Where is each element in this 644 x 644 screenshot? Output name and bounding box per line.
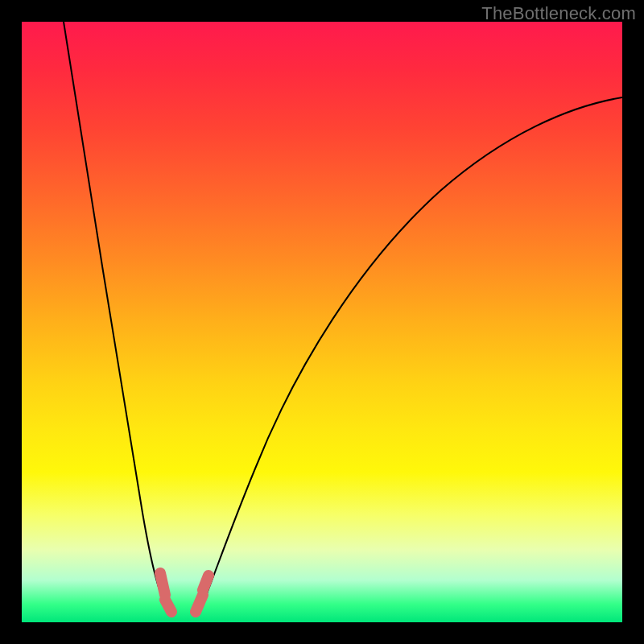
curve-left bbox=[64, 22, 171, 613]
accent-right bbox=[196, 576, 208, 612]
bottleneck-curve bbox=[22, 22, 622, 622]
chart-frame: TheBottleneck.com bbox=[0, 0, 644, 644]
plot-area bbox=[22, 22, 622, 622]
curve-right bbox=[199, 97, 622, 613]
watermark-text: TheBottleneck.com bbox=[481, 3, 636, 24]
accent-left bbox=[160, 573, 171, 612]
